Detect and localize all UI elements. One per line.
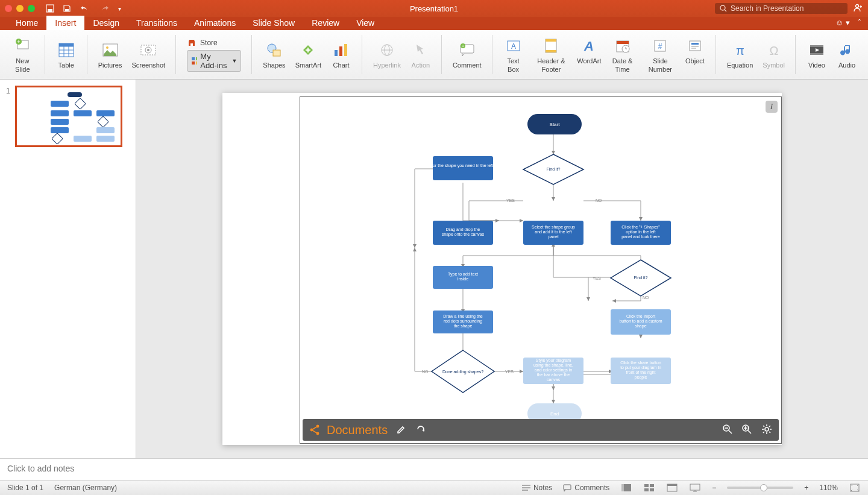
zoom-in-icon[interactable] <box>741 424 752 437</box>
equation-button[interactable]: πEquation <box>722 39 758 71</box>
table-button[interactable]: Table <box>51 39 81 71</box>
refresh-icon[interactable] <box>415 424 426 437</box>
feedback-icon[interactable]: ☺︎ ▾ <box>835 18 850 27</box>
svg-rect-116 <box>650 488 654 491</box>
svg-rect-65 <box>433 156 493 180</box>
collapse-ribbon-icon[interactable]: ˆ <box>858 18 861 27</box>
notes-toggle[interactable]: Notes <box>522 484 552 492</box>
svg-line-103 <box>763 426 764 427</box>
svg-rect-49 <box>691 43 699 45</box>
minimize-window-button[interactable] <box>16 5 24 12</box>
search-placeholder: Search in Presentation <box>731 4 804 13</box>
undo-icon[interactable] <box>80 4 90 13</box>
store-button[interactable]: Store <box>187 38 241 48</box>
chart-button[interactable]: Chart <box>326 39 356 71</box>
my-addins-button[interactable]: My Add-ins▼ <box>187 50 241 72</box>
tab-slideshow[interactable]: Slide Show <box>244 16 303 30</box>
fit-to-window-icon[interactable] <box>849 483 861 493</box>
slide-canvas-area[interactable]: i <box>136 80 868 458</box>
tab-review[interactable]: Review <box>303 16 348 30</box>
zoom-out-icon[interactable] <box>722 424 733 437</box>
slide-thumbnail-1[interactable] <box>15 86 122 147</box>
video-button[interactable]: Video <box>802 39 832 71</box>
audio-button[interactable]: Audio <box>832 39 862 71</box>
svg-rect-15 <box>59 43 74 46</box>
svg-text:Start: Start <box>550 122 561 127</box>
date-time-button[interactable]: Date & Time <box>604 34 641 74</box>
tab-design[interactable]: Design <box>84 16 128 30</box>
lucidchart-addin-frame: i <box>300 96 782 444</box>
svg-rect-113 <box>644 484 649 487</box>
notes-pane[interactable]: Click to add notes <box>0 458 868 480</box>
svg-text:Click the "+ Shapes"option in : Click the "+ Shapes"option in the leftpa… <box>621 225 660 239</box>
zoom-in-button[interactable]: + <box>804 484 808 492</box>
slide-sorter-view-icon[interactable] <box>643 483 655 493</box>
svg-line-4 <box>725 10 726 11</box>
screenshot-button[interactable]: Screenshot <box>127 39 170 71</box>
tab-home[interactable]: Home <box>7 16 46 30</box>
share-icon[interactable] <box>854 4 863 14</box>
pictures-button[interactable]: Pictures <box>93 39 127 71</box>
tab-animations[interactable]: Animations <box>186 16 244 30</box>
svg-text:Look for the shape you need in: Look for the shape you need in the left … <box>421 163 505 168</box>
svg-rect-25 <box>196 61 197 65</box>
svg-text:NO: NO <box>422 370 429 374</box>
svg-text:Drag and drop theshape onto th: Drag and drop theshape onto the canvas <box>442 227 485 237</box>
action-button: Action <box>406 39 436 71</box>
svg-rect-114 <box>650 484 654 487</box>
diagram-viewport[interactable]: YES NO YES NO NO YES Start Look for the … <box>300 97 781 419</box>
status-language[interactable]: German (Germany) <box>54 484 117 492</box>
svg-text:Find it?: Find it? <box>634 276 648 280</box>
slide-number-button[interactable]: #Slide Number <box>641 34 680 74</box>
search-icon <box>720 5 727 12</box>
slideshow-view-icon[interactable] <box>689 483 701 493</box>
wordart-button[interactable]: AWordArt <box>574 34 604 74</box>
object-button[interactable]: Object <box>680 34 710 74</box>
svg-rect-50 <box>691 46 699 47</box>
close-window-button[interactable] <box>5 5 12 12</box>
zoom-percentage[interactable]: 110% <box>819 484 838 492</box>
svg-rect-110 <box>564 485 571 490</box>
tab-transitions[interactable]: Transitions <box>128 16 186 30</box>
new-slide-button[interactable]: +New Slide <box>6 34 39 74</box>
shapes-button[interactable]: Shapes <box>258 39 290 71</box>
normal-view-icon[interactable] <box>620 483 632 493</box>
redo-icon[interactable] <box>99 4 110 13</box>
svg-rect-29 <box>339 46 342 56</box>
tab-view[interactable]: View <box>348 16 383 30</box>
tab-insert[interactable]: Insert <box>46 16 84 30</box>
settings-gear-icon[interactable] <box>761 423 773 437</box>
textbox-button[interactable]: AText Box <box>498 34 529 74</box>
flowchart-svg: YES NO YES NO NO YES Start Look for the … <box>300 97 781 419</box>
svg-point-98 <box>765 427 769 431</box>
zoom-slider[interactable] <box>727 487 793 489</box>
reading-view-icon[interactable] <box>666 483 678 493</box>
zoom-out-button[interactable]: − <box>712 484 716 492</box>
status-slide-counter[interactable]: Slide 1 of 1 <box>7 484 43 492</box>
search-field[interactable]: Search in Presentation <box>715 3 848 14</box>
save-icon[interactable] <box>63 4 71 13</box>
symbol-button: ΩSymbol <box>758 39 790 71</box>
svg-text:+: + <box>461 43 464 49</box>
svg-rect-55 <box>810 45 823 47</box>
smartart-button[interactable]: SmartArt <box>291 39 326 71</box>
svg-line-95 <box>748 430 751 434</box>
svg-rect-41 <box>546 50 556 52</box>
header-footer-button[interactable]: Header & Footer <box>529 34 574 74</box>
zoom-window-button[interactable] <box>28 5 35 12</box>
svg-text:YES: YES <box>593 276 601 280</box>
thumb-number: 1 <box>6 87 10 147</box>
autosave-icon[interactable] <box>46 4 54 13</box>
lucidchart-logo[interactable]: Documents <box>309 423 388 437</box>
svg-text:#: # <box>658 42 662 51</box>
comment-button[interactable]: +Comment <box>448 39 486 71</box>
svg-text:YES: YES <box>506 198 515 203</box>
svg-rect-27 <box>273 50 280 56</box>
comments-toggle[interactable]: Comments <box>563 484 609 492</box>
svg-line-104 <box>769 432 770 433</box>
qat-chevron-icon[interactable]: ▾ <box>118 5 121 12</box>
edit-icon[interactable] <box>396 424 407 437</box>
svg-text:Ω: Ω <box>769 44 778 57</box>
svg-text:π: π <box>736 44 744 57</box>
svg-rect-40 <box>546 39 556 42</box>
